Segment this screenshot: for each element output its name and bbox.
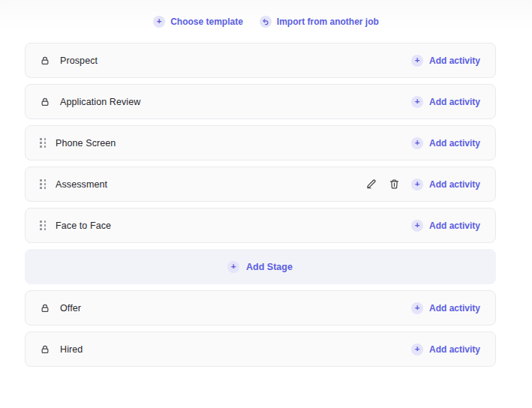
stage-row-left: Assessment xyxy=(40,179,107,190)
drag-handle-icon[interactable] xyxy=(40,220,46,230)
edit-stage-button[interactable] xyxy=(365,178,378,191)
stage-row-left: Prospect xyxy=(40,56,98,66)
stage-name: Phone Screen xyxy=(56,138,116,148)
stage-row-left: Phone Screen xyxy=(40,138,116,148)
stage-row-right: + Add activity xyxy=(365,178,480,191)
plus-icon: + xyxy=(153,16,165,28)
stage-name: Application Review xyxy=(60,97,140,107)
stage-row-right: + Add activity xyxy=(411,96,480,108)
stage-row-phone-screen: Phone Screen + Add activity xyxy=(25,125,496,160)
stage-row-face-to-face: Face to Face + Add activity xyxy=(25,208,496,243)
stage-row-left: Application Review xyxy=(40,97,140,107)
plus-icon: + xyxy=(411,302,423,314)
add-activity-button[interactable]: + Add activity xyxy=(411,220,480,232)
add-activity-label: Add activity xyxy=(429,220,480,231)
undo-icon xyxy=(260,16,272,28)
plus-icon: + xyxy=(411,55,423,67)
add-activity-label: Add activity xyxy=(429,56,480,66)
stage-row-left: Hired xyxy=(40,344,83,355)
stage-row-right: + Add activity xyxy=(411,137,480,149)
lock-icon xyxy=(40,303,50,314)
import-from-job-label: Import from another job xyxy=(277,16,379,27)
add-activity-label: Add activity xyxy=(429,344,480,355)
stage-name: Hired xyxy=(60,344,83,355)
add-activity-button[interactable]: + Add activity xyxy=(411,55,480,67)
plus-icon: + xyxy=(411,137,423,149)
stage-row-right: + Add activity xyxy=(411,220,480,232)
lock-icon xyxy=(40,97,50,107)
drag-handle-icon[interactable] xyxy=(40,138,46,148)
stage-list: Prospect + Add activity Application Revi… xyxy=(25,43,496,367)
topbar: + Choose template Import from another jo… xyxy=(0,0,532,43)
pipeline-stages-editor: + Choose template Import from another jo… xyxy=(0,0,532,408)
plus-icon: + xyxy=(411,96,423,108)
plus-icon: + xyxy=(411,220,423,232)
add-stage-label: Add Stage xyxy=(246,262,293,272)
lock-icon xyxy=(40,56,50,66)
stage-name: Assessment xyxy=(56,179,107,190)
choose-template-button[interactable]: + Choose template xyxy=(153,16,243,28)
import-from-job-button[interactable]: Import from another job xyxy=(260,16,379,28)
add-activity-button[interactable]: + Add activity xyxy=(411,302,480,314)
plus-icon: + xyxy=(411,344,423,356)
stage-name: Offer xyxy=(60,303,81,314)
stage-row-offer: Offer + Add activity xyxy=(25,290,496,326)
stage-name: Face to Face xyxy=(56,220,111,231)
add-stage-button[interactable]: + Add Stage xyxy=(227,261,293,273)
plus-icon: + xyxy=(411,178,423,190)
stage-row-application-review: Application Review + Add activity xyxy=(25,84,496,119)
add-activity-label: Add activity xyxy=(429,179,480,190)
delete-stage-button[interactable] xyxy=(388,178,401,191)
choose-template-label: Choose template xyxy=(170,16,243,27)
add-activity-button[interactable]: + Add activity xyxy=(411,96,480,108)
drag-handle-icon[interactable] xyxy=(40,179,46,189)
add-activity-button[interactable]: + Add activity xyxy=(411,178,480,190)
plus-icon: + xyxy=(227,261,239,273)
stage-row-left: Offer xyxy=(40,303,81,314)
stage-row-right: + Add activity xyxy=(411,302,480,314)
stage-name: Prospect xyxy=(60,56,98,66)
add-activity-label: Add activity xyxy=(429,97,480,107)
stage-row-hired: Hired + Add activity xyxy=(25,332,496,367)
add-activity-button[interactable]: + Add activity xyxy=(411,137,480,149)
add-stage-row[interactable]: + Add Stage xyxy=(25,249,496,284)
stage-row-right: + Add activity xyxy=(411,344,480,356)
stage-row-left: Face to Face xyxy=(40,220,111,231)
add-activity-button[interactable]: + Add activity xyxy=(411,344,480,356)
add-activity-label: Add activity xyxy=(429,138,480,148)
stage-row-assessment: Assessment xyxy=(25,166,496,202)
stage-row-right: + Add activity xyxy=(411,55,480,67)
stage-row-prospect: Prospect + Add activity xyxy=(25,43,496,78)
lock-icon xyxy=(40,344,50,355)
add-activity-label: Add activity xyxy=(429,303,480,314)
